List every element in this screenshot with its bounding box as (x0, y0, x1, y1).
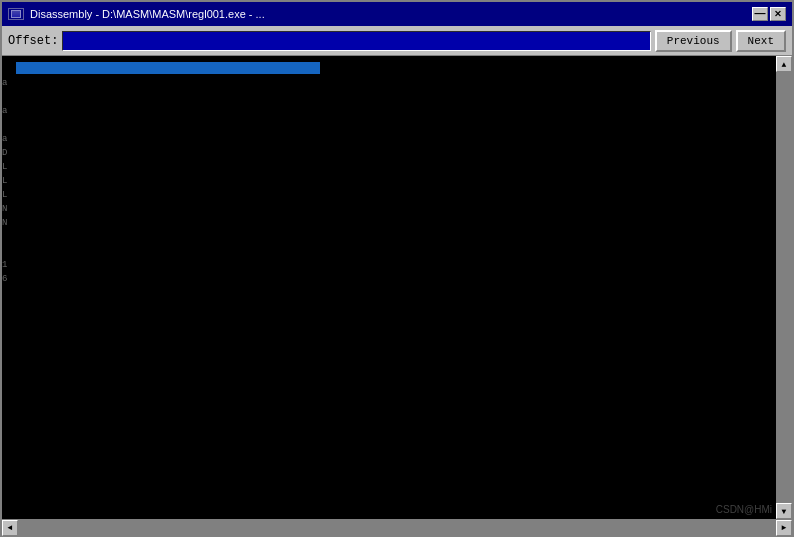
scrollbar-track[interactable] (776, 72, 792, 503)
scroll-up-button[interactable]: ▲ (776, 56, 792, 72)
minimize-button[interactable]: — (752, 7, 768, 21)
bottom-scrollbar: ◄ ► (2, 519, 792, 535)
toolbar: Offset: Previous Next (2, 26, 792, 56)
watermark: CSDN@HMi (716, 504, 772, 515)
title-bar-icon-inner (11, 10, 21, 18)
previous-button[interactable]: Previous (655, 30, 732, 52)
main-window: Disassembly - D:\MASM\MASM\regl001.exe -… (0, 0, 794, 537)
title-bar-icon (8, 8, 24, 20)
title-bar-text: Disassembly - D:\MASM\MASM\regl001.exe -… (30, 8, 265, 20)
left-markers: a a a D L L L N N 1 6 (2, 76, 16, 286)
bottom-scroll-track[interactable] (18, 520, 776, 536)
next-button[interactable]: Next (736, 30, 786, 52)
offset-label: Offset: (8, 34, 58, 48)
highlight-row (16, 62, 320, 74)
offset-input[interactable] (62, 31, 650, 51)
title-bar: Disassembly - D:\MASM\MASM\regl001.exe -… (2, 2, 792, 26)
scroll-left-button[interactable]: ◄ (2, 520, 18, 536)
scroll-down-button[interactable]: ▼ (776, 503, 792, 519)
right-scrollbar: ▲ ▼ (776, 56, 792, 519)
close-button[interactable]: ✕ (770, 7, 786, 21)
title-bar-left: Disassembly - D:\MASM\MASM\regl001.exe -… (8, 8, 265, 20)
main-content: a a a D L L L N N 1 6 ▲ ▼ CSDN@HMi (2, 56, 792, 519)
title-bar-controls: — ✕ (752, 7, 786, 21)
scroll-right-button[interactable]: ► (776, 520, 792, 536)
